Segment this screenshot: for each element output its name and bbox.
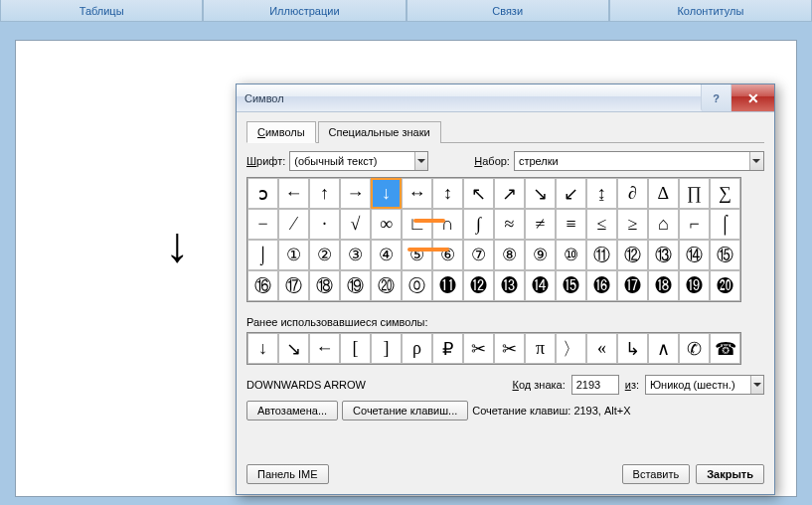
grid-cell[interactable]: ≡ xyxy=(556,209,586,240)
grid-cell[interactable]: ∂ xyxy=(617,178,648,209)
grid-cell[interactable]: ⑫ xyxy=(617,240,648,270)
code-input[interactable]: 2193 xyxy=(571,375,619,395)
ribbon-group-tables[interactable]: Таблицы xyxy=(0,0,203,22)
grid-cell[interactable]: ⑮ xyxy=(710,240,740,270)
grid-cell[interactable]: ⓲ xyxy=(648,270,679,301)
grid-cell[interactable]: ⓯ xyxy=(556,270,586,301)
grid-cell[interactable]: ⑦ xyxy=(463,240,494,270)
grid-cell[interactable]: ⑨ xyxy=(525,240,556,270)
grid-cell[interactable]: ↖ xyxy=(463,178,494,209)
ime-panel-button[interactable]: Панель IME xyxy=(246,464,329,484)
shortcut-button[interactable]: Сочетание клавиш... xyxy=(342,401,468,421)
set-dropdown-icon[interactable] xyxy=(749,152,763,170)
help-button[interactable]: ? xyxy=(701,84,731,111)
grid-cell[interactable]: ⑭ xyxy=(679,240,710,270)
recent-cell[interactable]: ρ xyxy=(402,333,432,364)
grid-cell[interactable]: ∏ xyxy=(679,178,710,209)
grid-cell[interactable]: ≈ xyxy=(494,209,525,240)
grid-cell[interactable]: ⌡ xyxy=(247,240,278,270)
insert-button[interactable]: Вставить xyxy=(622,464,691,484)
grid-cell[interactable]: ∑ xyxy=(710,178,740,209)
grid-cell[interactable]: ③ xyxy=(340,240,371,270)
grid-cell[interactable]: ⌐ xyxy=(679,209,710,240)
grid-cell[interactable]: ∩ xyxy=(432,209,463,240)
grid-cell[interactable]: ɔ xyxy=(247,178,278,209)
recent-cell[interactable]: ₽ xyxy=(432,333,463,364)
grid-cell[interactable]: ≠ xyxy=(525,209,556,240)
grid-cell[interactable]: ⓭ xyxy=(494,270,525,301)
recent-cell[interactable]: ✆ xyxy=(679,333,710,364)
grid-cell[interactable]: ≤ xyxy=(586,209,617,240)
recent-cell[interactable]: ↓ xyxy=(247,333,278,364)
recent-cell[interactable]: ↘ xyxy=(278,333,309,364)
autocorrect-button[interactable]: Автозамена... xyxy=(246,401,338,421)
tab-symbols[interactable]: Символы xyxy=(246,121,316,143)
from-input[interactable] xyxy=(646,376,750,394)
ribbon-group-headers[interactable]: Колонтитулы xyxy=(609,0,812,22)
grid-cell[interactable]: ∞ xyxy=(371,209,402,240)
grid-cell[interactable]: ⑬ xyxy=(648,240,679,270)
grid-cell[interactable]: ⌂ xyxy=(648,209,679,240)
set-input[interactable] xyxy=(515,152,749,170)
recent-cell[interactable]: ✂ xyxy=(494,333,525,364)
grid-cell[interactable]: ② xyxy=(309,240,340,270)
grid-cell[interactable]: ⑧ xyxy=(494,240,525,270)
grid-cell[interactable]: ↑ xyxy=(309,178,340,209)
grid-cell[interactable]: ∟ xyxy=(402,209,432,240)
font-dropdown-icon[interactable] xyxy=(414,152,428,170)
grid-cell[interactable]: ↕ xyxy=(432,178,463,209)
grid-cell[interactable]: ④ xyxy=(371,240,402,270)
font-input[interactable] xyxy=(290,152,413,170)
set-combo[interactable] xyxy=(514,151,764,171)
ribbon-group-illustrations[interactable]: Иллюстрации xyxy=(203,0,406,22)
grid-cell[interactable]: ⑳ xyxy=(371,270,402,301)
grid-cell[interactable]: ∕ xyxy=(278,209,309,240)
grid-cell[interactable]: ⓱ xyxy=(617,270,648,301)
dialog-titlebar[interactable]: Символ ? ✕ xyxy=(237,84,774,112)
grid-cell[interactable]: ⑤ xyxy=(402,240,432,270)
recent-cell[interactable]: ] xyxy=(371,333,402,364)
grid-cell[interactable]: ⑲ xyxy=(340,270,371,301)
grid-cell[interactable]: ≥ xyxy=(617,209,648,240)
recent-cell[interactable]: ↳ xyxy=(617,333,648,364)
recent-cell[interactable]: 〉 xyxy=(556,333,586,364)
grid-cell[interactable]: ⓬ xyxy=(463,270,494,301)
grid-cell[interactable]: → xyxy=(340,178,371,209)
ribbon-group-links[interactable]: Связи xyxy=(406,0,609,22)
grid-cell[interactable]: ← xyxy=(278,178,309,209)
grid-cell[interactable]: ① xyxy=(278,240,309,270)
grid-cell[interactable]: ⓰ xyxy=(586,270,617,301)
recent-cell[interactable]: ✂ xyxy=(463,333,494,364)
recent-cell[interactable]: ☎ xyxy=(710,333,740,364)
grid-cell[interactable]: ⓪ xyxy=(402,270,432,301)
grid-cell[interactable]: ⑰ xyxy=(278,270,309,301)
from-combo[interactable] xyxy=(645,375,764,395)
grid-cell[interactable]: − xyxy=(247,209,278,240)
grid-cell[interactable]: ↓ xyxy=(371,178,402,209)
grid-cell[interactable]: ⑥ xyxy=(432,240,463,270)
recent-cell[interactable]: ← xyxy=(309,333,340,364)
grid-cell[interactable]: ⌠ xyxy=(710,209,740,240)
grid-cell[interactable]: √ xyxy=(340,209,371,240)
grid-cell[interactable]: ⓴ xyxy=(710,270,740,301)
grid-cell[interactable]: ∙ xyxy=(309,209,340,240)
tab-special[interactable]: Специальные знаки xyxy=(318,121,441,143)
close-icon[interactable]: ✕ xyxy=(731,84,774,111)
grid-cell[interactable]: ⓫ xyxy=(432,270,463,301)
font-combo[interactable] xyxy=(289,151,428,171)
grid-cell[interactable]: ⑩ xyxy=(556,240,586,270)
recent-cell[interactable]: ∧ xyxy=(648,333,679,364)
grid-cell[interactable]: ⓮ xyxy=(525,270,556,301)
grid-cell[interactable]: ∆ xyxy=(648,178,679,209)
grid-cell[interactable]: ⑪ xyxy=(586,240,617,270)
grid-cell[interactable]: ↘ xyxy=(525,178,556,209)
grid-cell[interactable]: ↨ xyxy=(586,178,617,209)
grid-cell[interactable]: ⑱ xyxy=(309,270,340,301)
grid-cell[interactable]: ⓳ xyxy=(679,270,710,301)
recent-cell[interactable]: π xyxy=(525,333,556,364)
grid-cell[interactable]: ↙ xyxy=(556,178,586,209)
grid-cell[interactable]: ↗ xyxy=(494,178,525,209)
from-dropdown-icon[interactable] xyxy=(750,376,763,394)
grid-cell[interactable]: ↔ xyxy=(402,178,432,209)
grid-cell[interactable]: ∫ xyxy=(463,209,494,240)
